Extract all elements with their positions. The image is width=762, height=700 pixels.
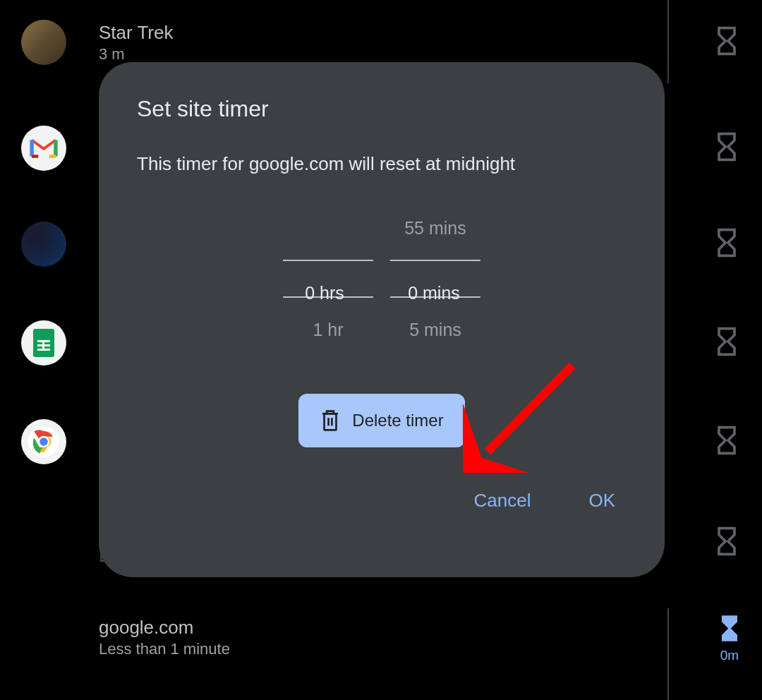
hourglass-icon	[711, 526, 742, 557]
app-icon-chrome	[21, 419, 66, 464]
app-icon-sheets	[21, 320, 66, 366]
trash-icon	[320, 409, 341, 433]
hours-above	[283, 209, 373, 247]
delete-timer-label: Delete timer	[352, 411, 443, 430]
app-icon-gmail	[21, 126, 66, 171]
hourglass-icon	[711, 326, 742, 357]
hours-below: 1 hr	[283, 310, 373, 349]
cancel-button[interactable]: Cancel	[473, 490, 531, 512]
hourglass-button[interactable]	[711, 425, 742, 459]
set-site-timer-dialog: Set site timer This timer for google.com…	[99, 62, 665, 577]
ok-button[interactable]: OK	[588, 490, 615, 512]
mins-selected: 0 mins	[390, 260, 480, 298]
app-icon	[21, 520, 66, 565]
timer-badge-label: 0m	[720, 647, 739, 663]
svg-rect-4	[42, 340, 44, 351]
app-subtitle: 3 m	[99, 45, 762, 64]
hourglass-icon	[711, 131, 742, 162]
minutes-picker[interactable]: 55 mins 0 mins 5 mins	[390, 209, 480, 349]
app-title: Star Trek	[99, 22, 762, 44]
divider	[667, 0, 669, 83]
timer-badge[interactable]: 0m	[714, 612, 745, 663]
dialog-subtitle: This timer for google.com will reset at …	[99, 153, 665, 175]
delete-timer-button[interactable]: Delete timer	[298, 394, 464, 447]
hourglass-button[interactable]	[711, 131, 742, 165]
time-picker: 0 hrs 1 hr 55 mins 0 mins 5 mins	[99, 209, 665, 349]
hourglass-icon	[711, 227, 742, 258]
list-item-google[interactable]: google.com Less than 1 minute 0m	[0, 617, 762, 658]
app-icon-rocketleague	[21, 222, 66, 267]
hours-picker[interactable]: 0 hrs 1 hr	[283, 209, 373, 349]
list-item[interactable]: Star Trek 3 m	[0, 20, 762, 65]
app-subtitle: Less than 1 minute	[99, 640, 762, 658]
hourglass-button[interactable]	[711, 25, 742, 59]
app-title: google.com	[99, 617, 762, 639]
mins-below: 5 mins	[390, 310, 480, 349]
dialog-title: Set site timer	[99, 96, 665, 122]
hourglass-button[interactable]	[711, 326, 742, 360]
hours-selected: 0 hrs	[283, 260, 373, 298]
hourglass-icon	[711, 25, 742, 56]
hourglass-icon-active	[714, 612, 745, 644]
svg-rect-8	[325, 414, 337, 430]
hourglass-button[interactable]	[711, 227, 742, 261]
hourglass-icon	[711, 425, 742, 456]
hourglass-button[interactable]	[711, 526, 742, 560]
app-icon-startrek	[21, 20, 66, 65]
mins-above: 55 mins	[390, 209, 480, 247]
